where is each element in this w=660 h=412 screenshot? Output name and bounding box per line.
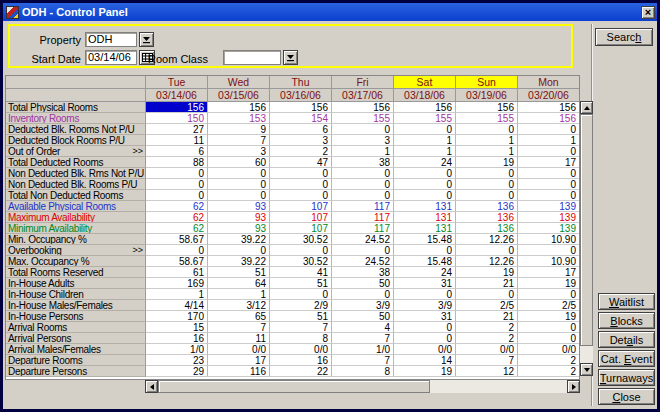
grid-cell[interactable]: 50 xyxy=(332,278,394,289)
horizontal-scrollbar[interactable] xyxy=(145,380,580,393)
search-button[interactable]: Search xyxy=(595,28,653,46)
grid-cell[interactable]: 0 xyxy=(270,245,332,256)
grid-cell[interactable]: 60 xyxy=(208,157,270,168)
grid-cell[interactable]: 16 xyxy=(270,355,332,366)
grid-cell[interactable]: 0 xyxy=(518,289,580,300)
grid-cell[interactable]: 2/5 xyxy=(518,300,580,311)
grid-cell[interactable]: 51 xyxy=(270,311,332,322)
grid-cell[interactable]: 117 xyxy=(332,212,394,223)
grid-cell[interactable]: 2 xyxy=(456,333,518,344)
start-date-input[interactable]: 03/14/06 xyxy=(85,50,137,65)
grid-cell[interactable]: 156 xyxy=(146,102,208,113)
grid-cell[interactable]: 10.90 xyxy=(518,234,580,245)
grid-cell[interactable]: 1 xyxy=(146,289,208,300)
grid-cell[interactable]: 170 xyxy=(146,311,208,322)
waitlist-button[interactable]: Waitlist xyxy=(598,293,655,310)
grid-cell[interactable]: 0 xyxy=(332,179,394,190)
grid-cell[interactable]: 0 xyxy=(146,245,208,256)
grid-cell[interactable]: 51 xyxy=(270,278,332,289)
column-header-day[interactable]: Fri xyxy=(332,76,394,89)
grid-cell[interactable]: 0 xyxy=(518,124,580,135)
grid-cell[interactable]: 1 xyxy=(456,146,518,157)
grid-cell[interactable]: 50 xyxy=(332,311,394,322)
grid-cell[interactable]: 0 xyxy=(332,168,394,179)
grid-cell[interactable]: 24 xyxy=(394,267,456,278)
grid-cell[interactable]: 0/0 xyxy=(208,344,270,355)
grid-cell[interactable]: 62 xyxy=(146,212,208,223)
turnaways-button[interactable]: Turnaways xyxy=(598,369,655,386)
grid-cell[interactable]: 0/0 xyxy=(518,344,580,355)
grid-cell[interactable]: 0 xyxy=(146,179,208,190)
column-header-day[interactable]: Wed xyxy=(208,76,270,89)
grid-cell[interactable]: 0 xyxy=(332,289,394,300)
grid-cell[interactable]: 1/0 xyxy=(146,344,208,355)
grid-cell[interactable]: 0 xyxy=(394,245,456,256)
grid-cell[interactable]: 0/0 xyxy=(394,344,456,355)
column-header-date[interactable]: 03/16/06 xyxy=(270,89,332,102)
grid-cell[interactable]: 1 xyxy=(394,146,456,157)
grid-cell[interactable]: 2/9 xyxy=(270,300,332,311)
grid-cell[interactable]: 19 xyxy=(456,157,518,168)
column-header-date[interactable]: 03/14/06 xyxy=(146,89,208,102)
grid-cell[interactable]: 21 xyxy=(456,311,518,322)
vertical-scroll-thumb[interactable] xyxy=(580,114,593,346)
grid-cell[interactable]: 8 xyxy=(270,333,332,344)
column-header-date[interactable]: 03/20/06 xyxy=(518,89,580,102)
grid-cell[interactable]: 51 xyxy=(208,267,270,278)
grid-cell[interactable]: 19 xyxy=(456,267,518,278)
close-button[interactable]: Close xyxy=(598,388,655,405)
grid-cell[interactable]: 2/5 xyxy=(456,300,518,311)
grid-cell[interactable]: 15.48 xyxy=(394,256,456,267)
grid-cell[interactable]: 7 xyxy=(208,322,270,333)
vertical-scrollbar[interactable] xyxy=(580,101,593,376)
grid-cell[interactable]: 24.52 xyxy=(332,256,394,267)
grid-cell[interactable]: 116 xyxy=(208,366,270,377)
grid-cell[interactable]: 155 xyxy=(394,113,456,124)
grid-cell[interactable]: 169 xyxy=(146,278,208,289)
grid-cell[interactable]: 7 xyxy=(332,355,394,366)
grid-cell[interactable]: 154 xyxy=(270,113,332,124)
grid-cell[interactable]: 16 xyxy=(146,333,208,344)
grid-cell[interactable]: 7 xyxy=(332,333,394,344)
horizontal-scroll-thumb[interactable] xyxy=(158,380,430,393)
grid-cell[interactable]: 12 xyxy=(456,366,518,377)
grid-cell[interactable]: 155 xyxy=(456,113,518,124)
grid-cell[interactable]: 4 xyxy=(332,322,394,333)
grid-cell[interactable]: 14 xyxy=(394,355,456,366)
grid-cell[interactable]: 1 xyxy=(456,135,518,146)
grid-cell[interactable]: 39.22 xyxy=(208,256,270,267)
grid-cell[interactable]: 0 xyxy=(208,168,270,179)
column-header-day[interactable]: Sat xyxy=(394,76,456,89)
grid-cell[interactable]: 2 xyxy=(456,322,518,333)
grid-cell[interactable]: 0/0 xyxy=(456,344,518,355)
grid-cell[interactable]: 41 xyxy=(270,267,332,278)
grid-cell[interactable]: 1 xyxy=(394,135,456,146)
grid-cell[interactable]: 150 xyxy=(146,113,208,124)
column-header-day[interactable]: Tue xyxy=(146,76,208,89)
drilldown-arrow[interactable]: >> xyxy=(132,146,143,156)
grid-cell[interactable]: 155 xyxy=(332,113,394,124)
grid-cell[interactable]: 0 xyxy=(146,168,208,179)
grid-cell[interactable]: 12.26 xyxy=(456,234,518,245)
grid-cell[interactable]: 0 xyxy=(518,146,580,157)
grid-cell[interactable]: 117 xyxy=(332,223,394,234)
grid-cell[interactable]: 21 xyxy=(456,278,518,289)
grid-cell[interactable]: 107 xyxy=(270,201,332,212)
grid-cell[interactable]: 0 xyxy=(456,245,518,256)
grid-cell[interactable]: 62 xyxy=(146,223,208,234)
grid-cell[interactable]: 17 xyxy=(518,267,580,278)
grid-cell[interactable]: 31 xyxy=(394,278,456,289)
grid-cell[interactable]: 7 xyxy=(208,135,270,146)
room-class-combobox[interactable] xyxy=(223,50,281,65)
grid-cell[interactable]: 3/12 xyxy=(208,300,270,311)
grid-cell[interactable]: 58.67 xyxy=(146,234,208,245)
grid-cell[interactable]: 156 xyxy=(518,102,580,113)
grid-cell[interactable]: 19 xyxy=(518,278,580,289)
grid-cell[interactable]: 4/14 xyxy=(146,300,208,311)
column-header-date[interactable]: 03/19/06 xyxy=(456,89,518,102)
grid-cell[interactable]: 0 xyxy=(394,289,456,300)
grid-cell[interactable]: 0 xyxy=(394,322,456,333)
grid-cell[interactable]: 136 xyxy=(456,212,518,223)
grid-cell[interactable]: 38 xyxy=(332,267,394,278)
grid-cell[interactable]: 10.90 xyxy=(518,256,580,267)
